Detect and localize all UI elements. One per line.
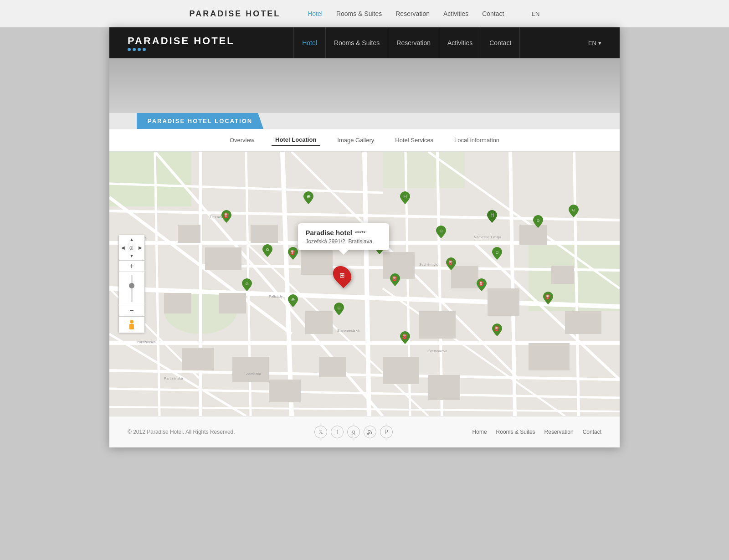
section-label: PARADISE HOTEL LOCATION — [137, 113, 263, 129]
svg-rect-39 — [419, 311, 456, 339]
tab-overview[interactable]: Overview — [226, 135, 258, 145]
svg-rect-54 — [219, 293, 246, 313]
zoom-slider-handle — [129, 283, 134, 288]
star-dot-1 — [128, 48, 131, 51]
tab-hotel-services[interactable]: Hotel Services — [391, 135, 437, 145]
green-pin-17[interactable]: ⛽ — [543, 292, 553, 306]
green-pin-2[interactable]: ⊕ — [303, 191, 313, 206]
green-pin-13[interactable]: ☺ — [492, 247, 502, 262]
svg-text:☺: ☺ — [571, 207, 576, 212]
tab-hotel-location[interactable]: Hotel Location — [272, 134, 320, 146]
nav-contact[interactable]: Contact — [481, 27, 520, 58]
nav-reservation[interactable]: Reservation — [388, 27, 439, 58]
footer-link-rooms[interactable]: Rooms & Suites — [496, 429, 535, 435]
svg-point-88 — [367, 433, 369, 435]
header-lang[interactable]: EN ▾ — [579, 40, 601, 46]
nav-south-button[interactable]: ▼ — [128, 252, 136, 260]
svg-text:⛽: ⛽ — [224, 212, 230, 218]
footer-social: 𝕏 f g P — [314, 426, 393, 438]
pin-svg-16: ☺ — [569, 205, 579, 217]
zoom-in-button[interactable]: + — [119, 261, 144, 272]
green-pin-1[interactable]: ⛽ — [221, 210, 231, 225]
top-bar-lang[interactable]: EN — [531, 10, 539, 17]
popup-title-row: Paradise hotel ***** — [305, 229, 382, 236]
person-icon — [127, 319, 136, 330]
top-nav-contact[interactable]: Contact — [482, 10, 504, 17]
pin-svg-12: H — [487, 210, 497, 223]
hero-banner — [109, 58, 620, 113]
svg-rect-43 — [565, 311, 601, 334]
nav-west-button[interactable]: ◀ — [119, 243, 128, 252]
top-nav-rooms[interactable]: Rooms & Suites — [336, 10, 382, 17]
tab-nav: Overview Hotel Location Image Gallery Ho… — [109, 129, 620, 152]
zoom-out-button[interactable]: − — [119, 305, 144, 316]
green-pin-5[interactable]: ⛽ — [288, 247, 298, 262]
pin-svg-18: ⛽ — [492, 324, 502, 336]
svg-rect-33 — [205, 247, 241, 270]
svg-text:⊕: ⊕ — [306, 194, 310, 199]
nav-east-button[interactable]: ▶ — [136, 243, 144, 252]
footer-link-reservation[interactable]: Reservation — [544, 429, 574, 435]
pin-svg-6: ⊕ — [288, 294, 298, 307]
green-pin-14[interactable]: ⛽ — [477, 278, 487, 293]
svg-rect-48 — [383, 357, 419, 384]
green-pin-16[interactable]: ☺ — [569, 205, 579, 219]
section-label-container: PARADISE HOTEL LOCATION — [109, 113, 620, 129]
green-pin-12[interactable]: H — [487, 210, 497, 225]
top-nav-activities[interactable]: Activities — [443, 10, 468, 17]
nav-northeast-button[interactable] — [136, 235, 144, 243]
footer: © 2012 Paradise Hotel. All Rights Reserv… — [109, 416, 620, 447]
hotel-pin-icon: ⊞ — [339, 272, 345, 279]
social-pinterest[interactable]: P — [380, 426, 393, 438]
nav-north-button[interactable]: ▲ — [128, 235, 136, 243]
nav-northwest-button[interactable] — [119, 235, 128, 243]
nav-hotel[interactable]: Hotel — [293, 27, 326, 58]
nav-center-button[interactable]: ◎ — [128, 243, 136, 252]
top-nav-reservation[interactable]: Reservation — [395, 10, 430, 17]
svg-text:Štefánikova: Štefánikova — [428, 349, 447, 353]
street-view-button[interactable] — [119, 316, 144, 333]
social-twitter[interactable]: 𝕏 — [314, 426, 327, 438]
nav-activities[interactable]: Activities — [439, 27, 481, 58]
green-pin-3[interactable]: ☺ — [262, 244, 272, 259]
header-logo-text: PARADISE HOTEL — [128, 35, 235, 47]
svg-text:☺: ☺ — [439, 228, 443, 233]
pin-svg-13: ☺ — [492, 247, 502, 260]
nav-rooms[interactable]: Rooms & Suites — [326, 27, 388, 58]
tab-image-gallery[interactable]: Image Gallery — [334, 135, 378, 145]
svg-rect-50 — [178, 225, 200, 243]
svg-text:Partizánska: Partizánska — [164, 376, 183, 380]
svg-text:Námestie 1 mája: Námestie 1 mája — [474, 235, 502, 239]
top-bar: PARADISE HOTEL Hotel Rooms & Suites Rese… — [0, 0, 729, 27]
green-pin-15[interactable]: ☺ — [533, 215, 543, 230]
green-pin-7[interactable]: ☺ — [334, 303, 344, 317]
svg-point-66 — [130, 320, 133, 324]
nav-southwest-button[interactable] — [119, 252, 128, 260]
star-dot-4 — [143, 48, 146, 51]
green-pin-10[interactable]: ☺ — [436, 226, 446, 240]
social-rss[interactable] — [364, 426, 376, 438]
green-pin-20[interactable]: H — [400, 191, 410, 206]
top-nav-hotel[interactable]: Hotel — [308, 10, 323, 17]
header: PARADISE HOTEL Hotel Rooms & Suites Rese… — [109, 27, 620, 58]
svg-text:Palisády: Palisády — [269, 294, 282, 298]
lang-text: EN — [588, 40, 596, 46]
green-pin-9[interactable]: ⛽ — [390, 273, 400, 288]
zoom-slider-track[interactable] — [131, 275, 133, 302]
footer-link-home[interactable]: Home — [472, 429, 487, 435]
svg-rect-34 — [251, 225, 278, 243]
pin-svg-20: H — [400, 191, 410, 204]
popup-stars: ***** — [355, 230, 365, 236]
svg-rect-46 — [269, 380, 301, 402]
green-pin-6[interactable]: ⊕ — [288, 294, 298, 309]
green-pin-19[interactable]: ⛽ — [400, 331, 410, 346]
green-pin-11[interactable]: ⛽ — [446, 257, 456, 272]
green-pin-18[interactable]: ⛽ — [492, 324, 502, 338]
tab-local-information[interactable]: Local information — [451, 135, 503, 145]
footer-link-contact[interactable]: Contact — [583, 429, 601, 435]
green-pin-4[interactable]: ☺ — [242, 278, 252, 293]
social-google-plus[interactable]: g — [347, 426, 360, 438]
social-facebook[interactable]: f — [331, 426, 344, 438]
nav-southeast-button[interactable] — [136, 252, 144, 260]
svg-rect-44 — [182, 348, 214, 370]
